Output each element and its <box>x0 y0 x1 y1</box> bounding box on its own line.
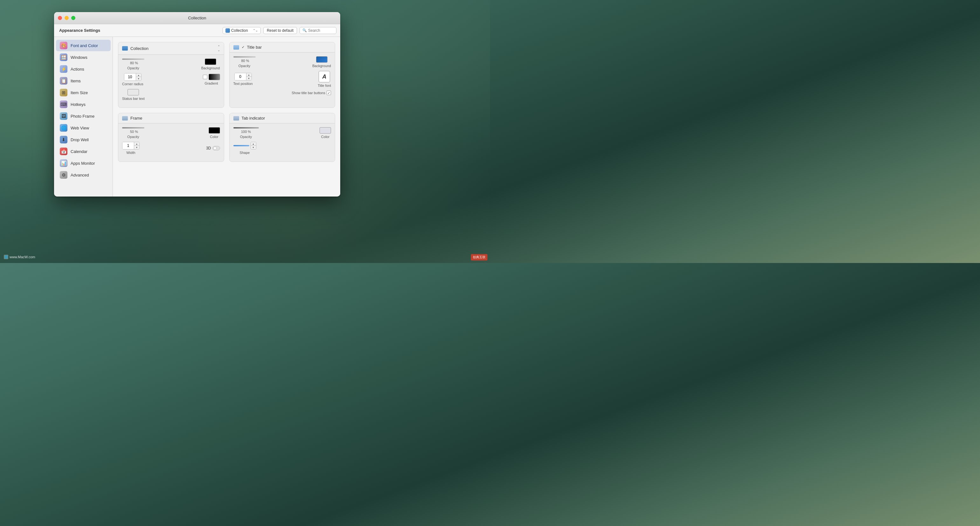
photo-frame-icon: 🖼 <box>60 112 67 120</box>
sidebar-item-label: Hotkeys <box>71 102 86 107</box>
tab-indicator-opacity-group: 100 % Opacity <box>233 127 259 139</box>
sidebar-item-label: Apps Monitor <box>71 161 95 166</box>
title-bar-opacity-slider[interactable] <box>233 56 256 57</box>
tab-indicator-color-swatch[interactable] <box>320 127 331 134</box>
gradient-group: Gradient <box>203 74 220 85</box>
sidebar-item-drop-well[interactable]: ⬇ Drop Well <box>56 134 111 145</box>
show-title-bar-buttons-row: Show title bar buttons ✓ <box>233 91 331 95</box>
frame-opacity-value: 50 % <box>129 130 138 134</box>
title-bar-background-label: Background <box>312 64 331 68</box>
title-font-swatch[interactable]: A <box>318 71 330 82</box>
drop-well-icon: ⬇ <box>60 136 67 143</box>
hotkeys-icon: ⌨ <box>60 100 67 108</box>
collection-background-swatch[interactable] <box>205 59 216 65</box>
sidebar-item-label: Calendar <box>71 149 88 154</box>
corner-radius-input-group[interactable]: ▲ ▼ <box>124 73 142 81</box>
title-bar-background-swatch[interactable] <box>316 56 328 63</box>
gradient-checkbox[interactable] <box>203 75 207 79</box>
frame-width-input[interactable] <box>123 142 134 149</box>
advanced-icon: ⚙ <box>60 171 67 179</box>
text-position-up[interactable]: ▲ <box>247 73 251 77</box>
frame-color-swatch[interactable] <box>208 127 220 134</box>
status-bar-text-swatch[interactable] <box>127 89 139 96</box>
shape-up[interactable]: ▲ <box>251 142 256 146</box>
collection-section: Collection ⌃⌄ 80 % Opacity <box>118 42 224 108</box>
sidebar-item-label: Windows <box>71 55 88 60</box>
sidebar: 🎨 Font and Color 🪟 Windows ⚡ Actions 📋 I… <box>54 37 113 196</box>
tab-indicator-opacity-slider[interactable] <box>233 127 259 129</box>
collection-dropdown[interactable]: Collection ⌃⌄ <box>223 27 261 34</box>
sidebar-item-item-size[interactable]: ⊞ Item Size <box>56 87 111 98</box>
frame-opacity-slider[interactable] <box>122 127 144 129</box>
status-bar-text-label: Status bar text <box>122 97 145 100</box>
opacity-track <box>122 59 144 60</box>
collection-opacity-slider[interactable] <box>122 59 144 60</box>
frame-3d-toggle[interactable] <box>212 146 220 150</box>
sidebar-item-advanced[interactable]: ⚙ Advanced <box>56 169 111 181</box>
shape-down[interactable]: ▼ <box>251 146 256 149</box>
frame-opacity-group: 50 % Opacity <box>122 127 144 139</box>
frame-width-input-group[interactable]: ▲ ▼ <box>122 142 140 150</box>
corner-radius-up[interactable]: ▲ <box>136 73 141 77</box>
sidebar-item-windows[interactable]: 🪟 Windows <box>56 51 111 63</box>
sidebar-item-hotkeys[interactable]: ⌨ Hotkeys <box>56 99 111 110</box>
gradient-swatch[interactable] <box>208 74 220 80</box>
frame-width-down[interactable]: ▼ <box>134 146 139 149</box>
corner-radius-input[interactable] <box>124 73 136 80</box>
search-input[interactable] <box>308 28 334 33</box>
frame-width-group: ▲ ▼ Width <box>122 142 140 155</box>
sidebar-item-items[interactable]: 📋 Items <box>56 75 111 86</box>
sidebar-item-calendar[interactable]: 📅 Calendar <box>56 146 111 157</box>
window-title-bar: Collection <box>54 12 340 24</box>
frame-section-title: Frame <box>130 116 142 121</box>
corner-radius-down[interactable]: ▼ <box>136 77 141 80</box>
tab-indicator-shape-swatch[interactable] <box>233 145 249 146</box>
sidebar-item-label: Items <box>71 78 81 83</box>
frame-width-up[interactable]: ▲ <box>134 142 139 146</box>
text-position-group: ▲ ▼ Text position <box>233 73 253 86</box>
tab-indicator-opacity-value: 100 % <box>241 130 251 134</box>
title-bar-font-row: ▲ ▼ Text position A Title font <box>233 71 331 88</box>
tab-indicator-section-header: Tab indicator <box>229 113 335 123</box>
sidebar-item-label: Item Size <box>71 90 88 95</box>
reset-to-default-button[interactable]: Reset to default <box>263 27 297 34</box>
sidebar-item-apps-monitor[interactable]: 📊 Apps Monitor <box>56 158 111 169</box>
frame-color-label: Color <box>210 135 218 139</box>
minimize-button[interactable] <box>65 16 69 20</box>
sidebar-item-label: Web View <box>71 126 89 131</box>
maximize-button[interactable] <box>71 16 75 20</box>
corner-radius-group: ▲ ▼ Corner radius <box>122 73 143 86</box>
text-position-steppers: ▲ ▼ <box>246 73 251 80</box>
close-button[interactable] <box>58 16 62 20</box>
title-bar-opacity-row: 80 % Opacity Background <box>233 56 331 68</box>
collection-opacity-label: Opacity <box>127 66 139 70</box>
frame-folder-icon <box>122 116 128 121</box>
tab-indicator-opacity-row: 100 % Opacity Color <box>233 127 331 139</box>
text-position-input-group[interactable]: ▲ ▼ <box>234 73 252 80</box>
sidebar-item-actions[interactable]: ⚡ Actions <box>56 63 111 75</box>
shape-steppers: ▲ ▼ <box>251 142 256 150</box>
sidebar-item-photo-frame[interactable]: 🖼 Photo Frame <box>56 110 111 122</box>
sidebar-item-label: Font and Color <box>71 43 98 48</box>
collection-background-group: Background <box>201 59 220 70</box>
tab-indicator-shape-row: ▲ ▼ Shape <box>233 142 331 155</box>
title-font-group: A Title font <box>318 71 331 88</box>
collection-opacity-row: 80 % Opacity Background <box>122 59 220 70</box>
sidebar-item-web-view[interactable]: 🌐 Web View <box>56 122 111 134</box>
title-bar-opacity-value: 80 % <box>240 59 249 63</box>
title-bar-folder-icon <box>233 45 239 49</box>
title-bar-opacity-group: 80 % Opacity <box>233 56 256 68</box>
watermark-url: www.MacW.com <box>10 255 35 259</box>
windows-icon: 🪟 <box>60 53 67 61</box>
app-title: Appearance Settings <box>58 28 220 33</box>
show-title-bar-buttons-checkbox[interactable]: ✓ <box>326 91 331 95</box>
sidebar-item-font-and-color[interactable]: 🎨 Font and Color <box>56 40 111 51</box>
collection-chevron-icon[interactable]: ⌃⌄ <box>218 45 220 52</box>
actions-icon: ⚡ <box>60 65 67 73</box>
watermark-icon: 🌐 <box>4 255 8 259</box>
text-position-down[interactable]: ▼ <box>247 77 251 80</box>
search-box[interactable]: 🔍 <box>299 27 336 34</box>
corner-radius-steppers: ▲ ▼ <box>136 73 141 80</box>
text-position-input[interactable] <box>235 73 246 80</box>
frame-opacity-track <box>122 127 144 129</box>
